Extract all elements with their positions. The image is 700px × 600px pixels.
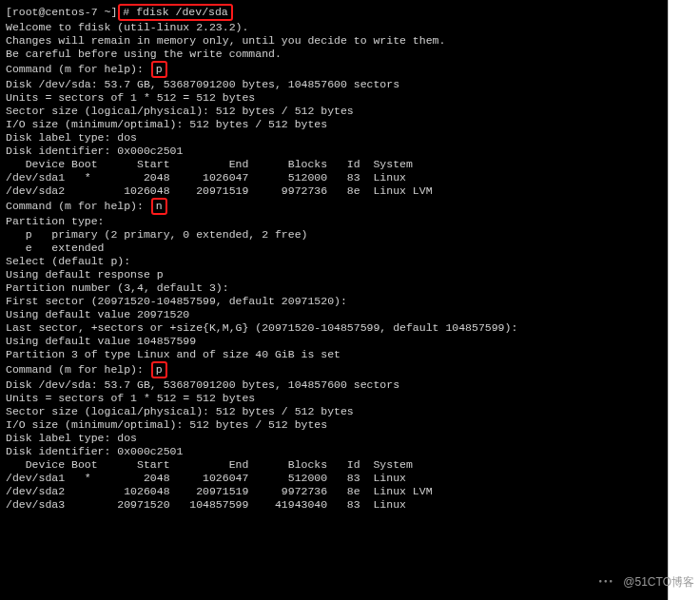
command-label: Command (m for help): <box>6 200 150 212</box>
command-label: Command (m for help): <box>6 63 150 75</box>
disk-info-line: Disk /dev/sda: 53.7 GB, 53687091200 byte… <box>6 378 662 392</box>
prompt-prefix: [root@centos-7 ~] <box>6 6 117 18</box>
watermark-text: @51CTO博客 <box>623 574 694 590</box>
disk-info-line: Sector size (logical/physical): 512 byte… <box>6 105 662 118</box>
partition-row: /dev/sda2 1026048 20971519 9972736 8e Li… <box>6 485 662 498</box>
disk-info-line: Sector size (logical/physical): 512 byte… <box>6 405 662 418</box>
new-part-line: First sector (20971520-104857599, defaul… <box>6 295 662 308</box>
new-part-line: p primary (2 primary, 0 extended, 2 free… <box>6 228 662 242</box>
disk-info-line: Units = sectors of 1 * 512 = 512 bytes <box>6 91 662 105</box>
new-command-highlight: n <box>151 198 167 215</box>
new-part-line: Partition 3 of type Linux and of size 40… <box>6 348 662 361</box>
disk-info-line: Disk label type: dos <box>6 432 662 445</box>
print-command-highlight: p <box>151 61 167 78</box>
new-part-line: Using default value 104857599 <box>6 335 662 348</box>
partition-table-header: Device Boot Start End Blocks Id System <box>6 158 662 171</box>
command-prompt-1: Command (m for help): p <box>6 61 662 78</box>
warning-line-2: Be careful before using the write comman… <box>6 48 662 61</box>
fdisk-command-highlight: # fdisk /dev/sda <box>118 4 232 21</box>
terminal[interactable]: [root@centos-7 ~]# fdisk /dev/sda Welcom… <box>0 0 669 600</box>
new-part-line: e extended <box>6 242 662 255</box>
command-prompt-2: Command (m for help): n <box>6 198 662 215</box>
partition-table-header: Device Boot Start End Blocks Id System <box>6 458 662 472</box>
disk-info-line: I/O size (minimum/optimal): 512 bytes / … <box>6 118 662 131</box>
warning-line-1: Changes will remain in memory only, unti… <box>6 34 662 48</box>
new-part-line: Using default value 20971520 <box>6 308 662 321</box>
disk-info-line: Disk identifier: 0x000c2501 <box>6 445 662 458</box>
partition-row: /dev/sda1 * 2048 1026047 512000 83 Linux <box>6 472 662 485</box>
disk-info-line: Disk label type: dos <box>6 131 662 145</box>
print-command-highlight: p <box>151 361 167 378</box>
partition-row: /dev/sda2 1026048 20971519 9972736 8e Li… <box>6 184 662 198</box>
shell-prompt: [root@centos-7 ~]# fdisk /dev/sda <box>6 4 662 21</box>
new-part-line: Partition type: <box>6 215 662 228</box>
command-prompt-3: Command (m for help): p <box>6 361 662 378</box>
new-part-line: Select (default p): <box>6 255 662 268</box>
new-part-line: Last sector, +sectors or +size{K,M,G} (2… <box>6 321 662 335</box>
welcome-line: Welcome to fdisk (util-linux 2.23.2). <box>6 21 662 34</box>
disk-info-line: I/O size (minimum/optimal): 512 bytes / … <box>6 418 662 432</box>
disk-info-line: Disk /dev/sda: 53.7 GB, 53687091200 byte… <box>6 78 662 91</box>
new-part-line: Partition number (3,4, default 3): <box>6 281 662 295</box>
ellipsis-icon: ••• <box>598 576 614 587</box>
new-part-line: Using default response p <box>6 268 662 281</box>
command-label: Command (m for help): <box>6 363 150 376</box>
partition-row: /dev/sda3 20971520 104857599 41943040 83… <box>6 498 662 512</box>
partition-row: /dev/sda1 * 2048 1026047 512000 83 Linux <box>6 171 662 184</box>
disk-info-line: Units = sectors of 1 * 512 = 512 bytes <box>6 392 662 405</box>
disk-info-line: Disk identifier: 0x000c2501 <box>6 145 662 158</box>
